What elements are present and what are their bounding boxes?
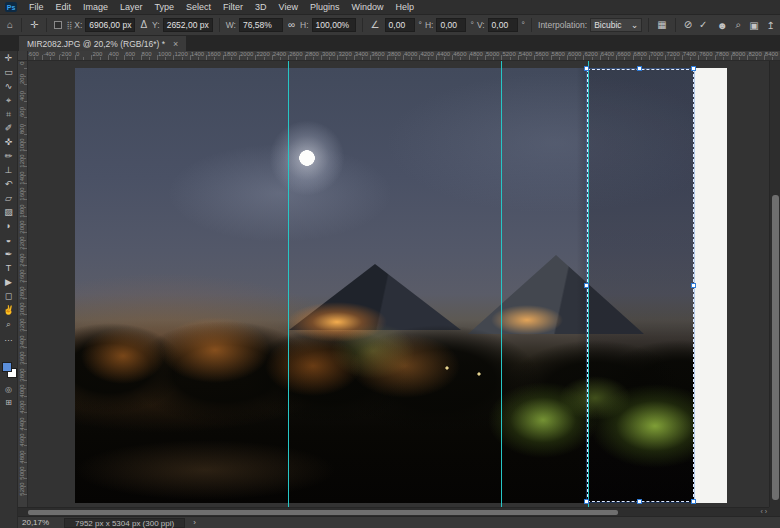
quick-mask-icon[interactable]: ◎	[0, 383, 18, 396]
reference-point-locator-icon[interactable]: ⣿	[66, 21, 71, 30]
menu-item-layer[interactable]: Layer	[114, 0, 149, 14]
ruler-tick	[329, 57, 330, 60]
horizontal-scrollbar[interactable]: ‹ ›	[18, 507, 769, 516]
h-skew-field[interactable]: 0,00	[436, 18, 466, 32]
h-skew-label: H:	[425, 20, 434, 30]
horizontal-scrollbar-thumb[interactable]	[28, 510, 618, 515]
maintain-aspect-ratio-icon[interactable]: ∞	[286, 20, 297, 30]
vertical-scrollbar[interactable]	[769, 61, 780, 507]
pen-tool[interactable]: ✒	[0, 247, 18, 261]
ruler-label: 0	[19, 61, 25, 71]
options-bar-right: ☻ ⌕ ▣ ↥	[717, 19, 775, 31]
separator	[531, 18, 532, 32]
ruler-tick	[378, 57, 379, 60]
y-position-field[interactable]: 2652,00 px	[163, 18, 213, 32]
transform-handle-br[interactable]	[691, 499, 696, 504]
eraser-tool[interactable]: ▱	[0, 191, 18, 205]
blur-tool[interactable]: ◗	[0, 219, 18, 233]
transform-handle-ml[interactable]	[584, 283, 589, 288]
y-label: Y:	[152, 20, 160, 30]
menu-item-filter[interactable]: Filter	[217, 0, 249, 14]
transform-handle-mr[interactable]	[691, 283, 696, 288]
marquee-tool[interactable]: ▭	[0, 65, 18, 79]
vertical-scrollbar-thumb[interactable]	[772, 195, 779, 500]
ruler-label: 3200	[19, 317, 25, 333]
lasso-tool[interactable]: ∿	[0, 79, 18, 93]
ruler-label: 1600	[19, 186, 25, 202]
transform-handle-tl[interactable]	[584, 66, 589, 71]
menu-item-3d[interactable]: 3D	[249, 0, 273, 14]
canvas-area[interactable]	[28, 61, 769, 507]
horizontal-ruler[interactable]: -600-400-2000200400600800100012001400160…	[18, 51, 780, 61]
menu-item-help[interactable]: Help	[390, 0, 421, 14]
rotation-field[interactable]: 0,00	[385, 18, 415, 32]
move-tool[interactable]: ✛	[0, 51, 18, 65]
ruler-tick	[165, 57, 166, 60]
dodge-tool[interactable]: ◒	[0, 233, 18, 247]
width-scale-field[interactable]: 76,58%	[239, 18, 283, 32]
gradient-tool[interactable]: ▨	[0, 205, 18, 219]
account-icon[interactable]: ☻	[717, 20, 728, 31]
document-tab-title: MIR2082.JPG @ 20,2% (RGB/16*) *	[27, 39, 165, 49]
clone-stamp-tool[interactable]: ⊥	[0, 163, 18, 177]
close-icon[interactable]: ×	[173, 39, 178, 49]
document-tab[interactable]: MIR2082.JPG @ 20,2% (RGB/16*) * ×	[19, 36, 186, 51]
type-tool[interactable]: T	[0, 261, 18, 275]
current-tool-icon[interactable]: ✛	[28, 20, 40, 30]
screen-mode-icon[interactable]: ⊞	[0, 396, 18, 409]
interpolation-select[interactable]: Bicubic ⌄	[590, 18, 642, 32]
guide[interactable]	[501, 61, 502, 507]
commit-transform-icon[interactable]: ✓	[697, 20, 709, 30]
zoom-level-field[interactable]: 20,17%	[22, 518, 56, 527]
menu-item-plugins[interactable]: Plugins	[304, 0, 346, 14]
history-brush-tool[interactable]: ↶	[0, 177, 18, 191]
menu-item-image[interactable]: Image	[77, 0, 114, 14]
transform-handle-bm[interactable]	[637, 499, 642, 504]
menu-item-view[interactable]: View	[273, 0, 304, 14]
warp-mode-icon[interactable]: ▦	[655, 20, 668, 30]
vertical-ruler[interactable]: 0200400600800100012001400160018002000220…	[18, 61, 28, 507]
rectangle-tool[interactable]: ◻	[0, 289, 18, 303]
workspace-switcher-icon[interactable]: ▣	[749, 20, 758, 31]
edit-toolbar-icon[interactable]: …	[0, 331, 18, 345]
search-icon[interactable]: ⌕	[736, 19, 742, 31]
eyedropper-tool[interactable]: ✐	[0, 121, 18, 135]
document-info-field[interactable]: 7952 px x 5304 px (300 ppi)	[64, 518, 185, 528]
transform-handle-tr[interactable]	[691, 66, 696, 71]
menu-item-select[interactable]: Select	[180, 0, 217, 14]
scrollbar-arrow-icon[interactable]: ‹ ›	[760, 508, 767, 515]
guide[interactable]	[288, 61, 289, 507]
photoshop-logo-icon[interactable]: Ps	[5, 2, 17, 12]
ruler-label: 3800	[19, 367, 25, 383]
x-position-field[interactable]: 6906,00 px	[85, 18, 135, 32]
zoom-tool[interactable]: ⌕	[0, 317, 18, 331]
path-selection-tool[interactable]: ▶	[0, 275, 18, 289]
menu-item-window[interactable]: Window	[346, 0, 390, 14]
cancel-transform-icon[interactable]: ⊘	[682, 20, 694, 30]
status-chevron-icon[interactable]: ›	[193, 518, 196, 527]
v-skew-field[interactable]: 0,00	[488, 18, 518, 32]
brush-tool[interactable]: ✏	[0, 149, 18, 163]
height-scale-field[interactable]: 100,00%	[312, 18, 356, 32]
share-icon[interactable]: ↥	[767, 20, 775, 31]
transform-bounding-box[interactable]	[587, 69, 694, 502]
ruler-tick	[477, 57, 478, 60]
transform-handle-bl[interactable]	[584, 499, 589, 504]
hand-tool[interactable]: ✌	[0, 303, 18, 317]
foreground-color-swatch[interactable]	[2, 362, 12, 372]
healing-brush-tool[interactable]: ✜	[0, 135, 18, 149]
home-icon[interactable]: ⌂	[5, 20, 15, 30]
crop-tool[interactable]: ⌗	[0, 107, 18, 121]
ruler-tick	[690, 57, 691, 60]
toggle-reference-point-checkbox[interactable]	[54, 21, 62, 29]
ruler-tick	[706, 57, 707, 60]
menu-item-type[interactable]: Type	[149, 0, 181, 14]
ruler-label: 800	[19, 121, 25, 137]
object-selection-tool[interactable]: ⌖	[0, 93, 18, 107]
ruler-label: 0	[76, 51, 79, 57]
relative-positioning-icon[interactable]: Δ	[138, 20, 149, 30]
menu-item-edit[interactable]: Edit	[50, 0, 78, 14]
transform-handle-tm[interactable]	[637, 66, 642, 71]
menu-item-file[interactable]: File	[23, 0, 50, 14]
separator	[362, 18, 363, 32]
